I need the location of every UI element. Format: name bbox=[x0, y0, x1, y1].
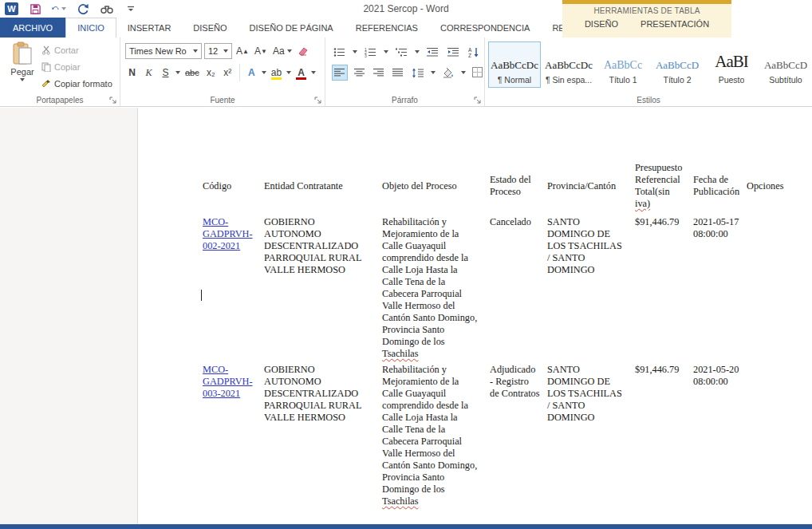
tab-table-design[interactable]: DISEÑO bbox=[577, 17, 626, 31]
header-fecha: Fecha de Publicación bbox=[693, 174, 747, 198]
table-row: MCO- GADPRVH- 002-2021 GOBIERNO AUTONOMO… bbox=[203, 216, 812, 364]
table-header-row: Código Entidad Contratante Objeto del Pr… bbox=[203, 160, 812, 211]
grow-font-button[interactable]: A▲ bbox=[235, 43, 250, 59]
process-table: Código Entidad Contratante Objeto del Pr… bbox=[203, 160, 812, 511]
paragraph-group: 123 AZ ¶ bbox=[325, 38, 485, 106]
paste-dropdown-caret[interactable] bbox=[20, 78, 25, 81]
justify-icon[interactable] bbox=[391, 65, 405, 81]
tab-diseno-de-pagina[interactable]: DISEÑO DE PÁGINA bbox=[238, 18, 345, 38]
paragraph-group-label: Párrafo bbox=[325, 96, 484, 105]
increase-indent-icon[interactable] bbox=[446, 44, 461, 60]
style-no-spacing[interactable]: AaBbCcDc ¶ Sin espa... bbox=[542, 41, 595, 88]
misspelled-word: Tsachilas bbox=[382, 495, 419, 507]
font-color-dropdown-caret[interactable] bbox=[311, 71, 316, 74]
shading-dropdown-caret[interactable] bbox=[461, 71, 466, 74]
shrink-font-button[interactable]: A▼ bbox=[253, 43, 269, 59]
svg-text:A: A bbox=[468, 47, 472, 53]
table-tools-header: HERRAMIENTAS DE TABLA bbox=[562, 4, 731, 15]
tab-insertar[interactable]: INSERTAR bbox=[116, 18, 183, 38]
misspelled-word: iva) bbox=[635, 198, 650, 209]
font-color-button[interactable]: A bbox=[294, 65, 308, 81]
paste-button[interactable]: Pegar bbox=[6, 41, 38, 94]
align-right-icon[interactable] bbox=[372, 65, 386, 81]
objeto-cell: Rehabilitación y Mejoramiento de la Call… bbox=[382, 364, 490, 507]
font-family-combobox[interactable]: Times New Ro bbox=[125, 43, 202, 59]
borders-icon[interactable] bbox=[471, 65, 485, 81]
entidad-cell: GOBIERNO AUTONOMO DESCENTRALIZADO PARROQ… bbox=[264, 364, 382, 424]
align-center-icon[interactable] bbox=[353, 65, 367, 81]
superscript-button[interactable]: x² bbox=[221, 65, 235, 81]
sort-icon[interactable]: AZ bbox=[467, 44, 482, 60]
style-title[interactable]: AaBI Puesto bbox=[705, 41, 758, 88]
format-painter-label: Copiar formato bbox=[54, 79, 112, 89]
process-link[interactable]: MCO- GADPRVH- 003-2021 bbox=[203, 364, 253, 399]
align-left-icon[interactable] bbox=[332, 65, 348, 81]
presupuesto-cell: $91,446.79 bbox=[635, 216, 693, 228]
font-group-label: Fuente bbox=[120, 96, 325, 105]
header-entidad: Entidad Contratante bbox=[264, 180, 382, 192]
text-effects-dropdown-caret[interactable] bbox=[262, 71, 266, 74]
underline-button[interactable]: S bbox=[159, 65, 172, 81]
estado-cell: Adjudicado - Registro de Contratos bbox=[490, 364, 547, 400]
header-presupuesto: Presupuesto Referencial Total(sin iva) bbox=[635, 162, 693, 210]
tab-inicio[interactable]: INICIO bbox=[65, 18, 116, 38]
tab-table-layout[interactable]: PRESENTACIÓN bbox=[633, 17, 717, 31]
font-group: Times New Ro 12 A▲ A▼ Aa N K S abc x₂ bbox=[120, 38, 325, 106]
style-subtitle[interactable]: AaBbCcD Subtítulo bbox=[759, 41, 812, 88]
format-painter-button[interactable]: Copiar formato bbox=[41, 77, 112, 90]
decrease-indent-icon[interactable] bbox=[425, 44, 440, 60]
clear-formatting-icon[interactable] bbox=[296, 43, 310, 59]
clipboard-group: Pegar Cortar Copiar bbox=[0, 38, 120, 106]
format-painter-icon bbox=[41, 79, 51, 89]
process-link[interactable]: MCO- GADPRVH- 002-2021 bbox=[203, 216, 253, 251]
font-family-value: Times New Ro bbox=[129, 46, 187, 56]
strikethrough-button[interactable]: abc bbox=[183, 65, 201, 81]
underline-dropdown-caret[interactable] bbox=[175, 71, 180, 74]
tab-correspondencia[interactable]: CORRESPONDENCIA bbox=[429, 18, 541, 38]
svg-text:3: 3 bbox=[365, 53, 367, 57]
multilevel-dropdown-caret[interactable] bbox=[415, 50, 420, 53]
font-dialog-launcher-icon[interactable] bbox=[314, 97, 322, 105]
italic-button[interactable]: K bbox=[142, 65, 156, 81]
copy-button[interactable]: Copiar bbox=[41, 60, 112, 73]
font-size-value: 12 bbox=[208, 46, 218, 56]
line-spacing-icon[interactable] bbox=[410, 65, 426, 81]
subscript-button[interactable]: x₂ bbox=[204, 65, 218, 81]
tab-referencias[interactable]: REFERENCIAS bbox=[345, 18, 429, 38]
multilevel-list-icon[interactable] bbox=[394, 44, 409, 60]
document-area: Código Entidad Contratante Objeto del Pr… bbox=[0, 108, 812, 524]
text-cursor bbox=[201, 290, 202, 301]
header-provincia: Provincia/Cantón bbox=[547, 180, 635, 192]
cut-button[interactable]: Cortar bbox=[41, 43, 112, 57]
provincia-cell: SANTO DOMINGO DE LOS TSACHILAS / SANTO D… bbox=[547, 216, 635, 276]
bold-button[interactable]: N bbox=[125, 65, 139, 81]
style-normal[interactable]: AaBbCcDc ¶ Normal bbox=[488, 41, 541, 88]
bullets-icon[interactable] bbox=[332, 44, 347, 60]
text-effects-button[interactable]: A bbox=[245, 65, 258, 81]
clipboard-dialog-launcher-icon[interactable] bbox=[109, 97, 117, 105]
change-case-button[interactable]: Aa bbox=[271, 43, 294, 59]
style-heading1[interactable]: AaBbCc Título 1 bbox=[597, 41, 649, 88]
document-page[interactable]: Código Entidad Contratante Objeto del Pr… bbox=[137, 108, 812, 524]
highlight-color-button[interactable]: ab bbox=[270, 65, 283, 81]
style-heading2[interactable]: AaBbCcD Título 2 bbox=[651, 41, 704, 88]
line-spacing-dropdown-caret[interactable] bbox=[431, 71, 436, 74]
tab-diseno[interactable]: DISEÑO bbox=[182, 18, 238, 38]
copy-label: Copiar bbox=[54, 62, 80, 72]
header-opciones: Opciones bbox=[747, 180, 790, 192]
svg-text:Z: Z bbox=[468, 53, 471, 57]
paragraph-dialog-launcher-icon[interactable] bbox=[474, 97, 482, 105]
paste-label: Pegar bbox=[10, 67, 34, 77]
table-tools-contextual-group: HERRAMIENTAS DE TABLA DISEÑO PRESENTACIÓ… bbox=[562, 0, 731, 38]
highlight-dropdown-caret[interactable] bbox=[286, 71, 291, 74]
bullets-dropdown-caret[interactable] bbox=[353, 50, 357, 53]
styles-gallery: AaBbCcDc ¶ Normal AaBbCcDc ¶ Sin espa...… bbox=[488, 41, 812, 88]
tab-archivo[interactable]: ARCHIVO bbox=[0, 18, 65, 38]
numbering-icon[interactable]: 123 bbox=[363, 44, 378, 60]
status-bar bbox=[0, 524, 812, 529]
fecha-cell: 2021-05-20 08:00:00 bbox=[693, 364, 747, 388]
shading-icon[interactable] bbox=[440, 65, 456, 81]
fecha-cell: 2021-05-17 08:00:00 bbox=[693, 216, 747, 240]
numbering-dropdown-caret[interactable] bbox=[384, 50, 388, 53]
font-size-combobox[interactable]: 12 bbox=[204, 43, 232, 59]
